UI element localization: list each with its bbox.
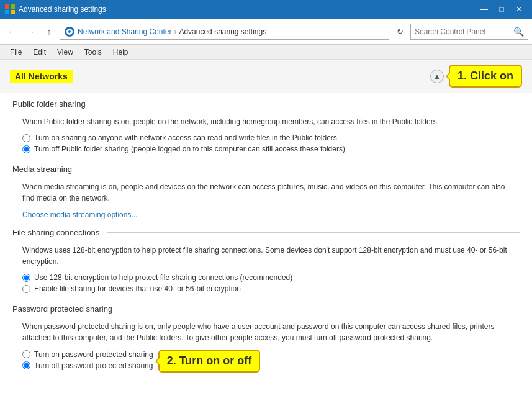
search-box: 🔍 — [410, 24, 528, 40]
window-title: Advanced sharing settings — [19, 5, 476, 14]
address-bar: ← → ↑ Network and Sharing Center › Advan… — [0, 19, 532, 45]
file-sharing-option1: Use 128-bit encryption to help protect f… — [22, 273, 510, 282]
refresh-button[interactable]: ↻ — [392, 24, 408, 40]
password-sharing-label1: Turn on password protected sharing — [34, 350, 153, 359]
menu-bar: File Edit View Tools Help — [0, 45, 532, 60]
media-streaming-desc: When media streaming is on, people and d… — [22, 181, 510, 204]
svg-rect-2 — [5, 10, 9, 14]
svg-rect-1 — [11, 4, 15, 9]
breadcrumb: Network and Sharing Center › Advanced sh… — [60, 24, 389, 40]
callout-2: 2. Turn on or off — [158, 350, 261, 373]
forward-button[interactable]: → — [22, 24, 38, 40]
media-streaming-section-body: When media streaming is on, people and d… — [12, 179, 520, 228]
public-folder-section-body: When Public folder sharing is on, people… — [12, 114, 520, 165]
password-sharing-desc: When password protected sharing is on, o… — [22, 321, 510, 343]
media-streaming-link[interactable]: Choose media streaming options... — [22, 210, 137, 219]
back-button[interactable]: ← — [4, 24, 20, 40]
svg-point-6 — [68, 30, 71, 33]
all-networks-header: All Networks ▲ 1. Click on — [0, 60, 532, 93]
window-controls: — □ ✕ — [476, 3, 527, 16]
all-networks-label[interactable]: All Networks — [10, 70, 73, 83]
file-sharing-desc: Windows uses 128-bit encryption to help … — [22, 245, 510, 267]
maximize-button[interactable]: □ — [494, 3, 510, 16]
menu-file[interactable]: File — [5, 47, 27, 58]
public-folder-label1: Turn on sharing so anyone with network a… — [34, 133, 337, 142]
breadcrumb-item-current: Advanced sharing settings — [179, 27, 266, 36]
public-folder-section-title: Public folder sharing — [12, 99, 520, 109]
callout-1: 1. Click on — [449, 65, 522, 88]
menu-tools[interactable]: Tools — [79, 47, 107, 58]
svg-rect-3 — [11, 10, 15, 14]
search-icon: 🔍 — [513, 27, 524, 37]
public-folder-radio1[interactable] — [22, 134, 30, 142]
file-sharing-radio1[interactable] — [22, 274, 30, 282]
minimize-button[interactable]: — — [476, 3, 492, 16]
up-button[interactable]: ↑ — [41, 24, 57, 40]
svg-rect-0 — [5, 4, 9, 9]
breadcrumb-item-network[interactable]: Network and Sharing Center — [78, 27, 171, 36]
public-folder-desc: When Public folder sharing is on, people… — [22, 116, 510, 127]
content-area: Public folder sharing When Public folder… — [0, 93, 532, 387]
public-folder-label2: Turn off Public folder sharing (people l… — [34, 145, 345, 153]
public-folder-option2: Turn off Public folder sharing (people l… — [22, 145, 510, 153]
file-sharing-label2: Enable file sharing for devices that use… — [34, 284, 241, 293]
menu-view[interactable]: View — [52, 47, 78, 58]
file-sharing-label1: Use 128-bit encryption to help protect f… — [34, 273, 292, 282]
menu-edit[interactable]: Edit — [28, 47, 51, 58]
title-bar: Advanced sharing settings — □ ✕ — [0, 0, 532, 19]
password-sharing-section-title: Password protected sharing — [12, 304, 520, 314]
menu-help[interactable]: Help — [108, 47, 133, 58]
main-content: All Networks ▲ 1. Click on Public folder… — [0, 60, 532, 411]
search-input[interactable] — [415, 27, 513, 36]
public-folder-option1: Turn on sharing so anyone with network a… — [22, 133, 510, 142]
password-sharing-options: Turn on password protected sharing Turn … — [22, 350, 153, 373]
password-sharing-radio1[interactable] — [22, 350, 30, 358]
network-icon — [64, 26, 75, 37]
password-sharing-section-body: When password protected sharing is on, o… — [12, 318, 520, 381]
file-sharing-option2: Enable file sharing for devices that use… — [22, 284, 510, 293]
public-folder-radio2[interactable] — [22, 145, 30, 153]
file-sharing-radio2[interactable] — [22, 285, 30, 293]
close-button[interactable]: ✕ — [511, 3, 527, 16]
password-sharing-option2: Turn off password protected sharing — [22, 361, 153, 370]
file-sharing-section-title: File sharing connections — [12, 228, 520, 237]
file-sharing-section-body: Windows uses 128-bit encryption to help … — [12, 242, 520, 304]
media-streaming-section-title: Media streaming — [12, 165, 520, 174]
app-icon — [5, 4, 15, 14]
password-sharing-option1: Turn on password protected sharing — [22, 350, 153, 359]
breadcrumb-sep: › — [174, 27, 176, 36]
password-sharing-radio2[interactable] — [22, 361, 30, 369]
password-sharing-label2: Turn off password protected sharing — [34, 361, 153, 370]
